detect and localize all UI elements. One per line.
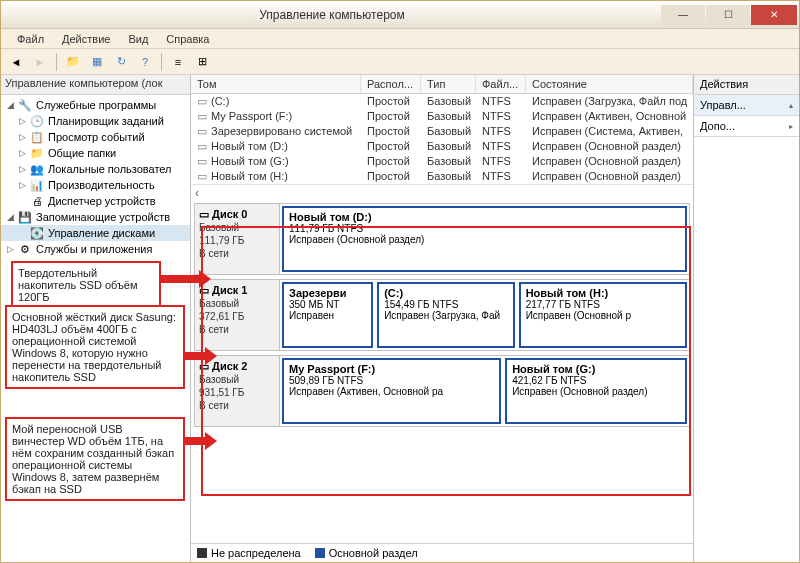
- svg-marker-0: [161, 270, 211, 288]
- arrow-usb: [185, 431, 217, 451]
- tree-disk-management[interactable]: 💽Управление дисками: [1, 225, 190, 241]
- toolbar: ◄ ► 📁 ▦ ↻ ? ≡ ⊞: [1, 49, 799, 75]
- help-icon: ?: [142, 56, 148, 68]
- partition[interactable]: Зарезерви350 МБ NTИсправен: [282, 282, 373, 348]
- details-button[interactable]: ⊞: [191, 51, 213, 73]
- horizontal-scrollbar[interactable]: ‹: [191, 184, 693, 200]
- menu-action[interactable]: Действие: [54, 31, 118, 47]
- event-icon: 📋: [29, 130, 45, 144]
- computer-management-window: Управление компьютером — ☐ ✕ Файл Действ…: [0, 0, 800, 563]
- disk-map[interactable]: ▭ Диск 0Базовый111,79 ГБВ сетиНовый том …: [191, 200, 693, 543]
- refresh-button[interactable]: ↻: [110, 51, 132, 73]
- volume-row[interactable]: ▭Новый том (H:) ПростойБазовый NTFSИспра…: [191, 169, 693, 184]
- maximize-button[interactable]: ☐: [706, 5, 750, 25]
- tools-icon: 🔧: [17, 98, 33, 112]
- col-volume[interactable]: Том: [191, 75, 361, 93]
- disk-info: ▭ Диск 1Базовый372,61 ГБВ сети: [195, 280, 280, 350]
- partition[interactable]: Новый том (H:)217,77 ГБ NTFSИсправен (Ос…: [519, 282, 687, 348]
- tree-performance[interactable]: ▷📊Производительность: [1, 177, 190, 193]
- list-icon: ≡: [175, 56, 181, 68]
- svg-marker-1: [185, 347, 217, 365]
- folder-icon: 📁: [66, 55, 80, 68]
- partition[interactable]: Новый том (D:)111,79 ГБ NTFSИсправен (Ос…: [282, 206, 687, 272]
- tree-label: Служебные программы: [36, 99, 156, 111]
- forward-icon: ►: [35, 56, 46, 68]
- tree-device-manager[interactable]: 🖨Диспетчер устройств: [1, 193, 190, 209]
- volume-list[interactable]: ▭(C:) ПростойБазовый NTFSИсправен (Загру…: [191, 94, 693, 184]
- col-status[interactable]: Состояние: [526, 75, 693, 93]
- legend-primary-box: [315, 548, 325, 558]
- back-button[interactable]: ◄: [5, 51, 27, 73]
- arrow-ssd: [161, 269, 211, 289]
- storage-icon: 💾: [17, 210, 33, 224]
- disk-icon: 💽: [29, 226, 45, 240]
- actions-header: Действия: [694, 75, 799, 95]
- users-icon: 👥: [29, 162, 45, 176]
- clock-icon: 🕒: [29, 114, 45, 128]
- menu-help[interactable]: Справка: [158, 31, 217, 47]
- chevron-right-icon: ▸: [789, 122, 793, 131]
- list-button[interactable]: ≡: [167, 51, 189, 73]
- tree-system-tools[interactable]: ◢🔧 Служебные программы: [1, 97, 190, 113]
- scroll-left-icon[interactable]: ‹: [195, 186, 199, 200]
- menu-file[interactable]: Файл: [9, 31, 52, 47]
- volumes-panel: Том Распол... Тип Файл... Состояние ▭(C:…: [191, 75, 694, 562]
- tree-header: Управление компьютером (лок: [1, 75, 190, 95]
- volume-icon: ▭: [197, 110, 211, 123]
- chevron-up-icon: ▴: [789, 101, 793, 110]
- help-button[interactable]: ?: [134, 51, 156, 73]
- disk-row[interactable]: ▭ Диск 0Базовый111,79 ГБВ сетиНовый том …: [194, 203, 690, 275]
- view-button[interactable]: ▦: [86, 51, 108, 73]
- forward-button[interactable]: ►: [29, 51, 51, 73]
- volume-row[interactable]: ▭Новый том (D:) ПростойБазовый NTFSИспра…: [191, 139, 693, 154]
- menu-view[interactable]: Вид: [120, 31, 156, 47]
- col-layout[interactable]: Распол...: [361, 75, 421, 93]
- col-type[interactable]: Тип: [421, 75, 476, 93]
- legend-unallocated-box: [197, 548, 207, 558]
- volume-row[interactable]: ▭(C:) ПростойБазовый NTFSИсправен (Загру…: [191, 94, 693, 109]
- partition[interactable]: My Passport (F:)509,89 ГБ NTFSИсправен (…: [282, 358, 501, 424]
- menubar: Файл Действие Вид Справка: [1, 29, 799, 49]
- tree-local-users[interactable]: ▷👥Локальные пользовател: [1, 161, 190, 177]
- col-fs[interactable]: Файл...: [476, 75, 526, 93]
- volume-row[interactable]: ▭My Passport (F:) ПростойБазовый NTFSИсп…: [191, 109, 693, 124]
- partition[interactable]: (C:)154,49 ГБ NTFSИсправен (Загрузка, Фа…: [377, 282, 514, 348]
- volume-table-header[interactable]: Том Распол... Тип Файл... Состояние: [191, 75, 693, 94]
- action-disk-management[interactable]: Управл... ▴: [694, 95, 799, 116]
- disk-info: ▭ Диск 2Базовый931,51 ГБВ сети: [195, 356, 280, 426]
- window-title: Управление компьютером: [259, 8, 404, 22]
- arrow-hdd: [185, 346, 217, 366]
- view-icon: ▦: [92, 55, 102, 68]
- volume-icon: ▭: [197, 125, 211, 138]
- folder-button[interactable]: 📁: [62, 51, 84, 73]
- tree-shared-folders[interactable]: ▷📁Общие папки: [1, 145, 190, 161]
- disk-row[interactable]: ▭ Диск 2Базовый931,51 ГБВ сетиMy Passpor…: [194, 355, 690, 427]
- disk-row[interactable]: ▭ Диск 1Базовый372,61 ГБВ сетиЗарезерви3…: [194, 279, 690, 351]
- volume-icon: ▭: [197, 155, 211, 168]
- tree-services-apps[interactable]: ▷⚙Службы и приложения: [1, 241, 190, 257]
- volume-icon: ▭: [197, 170, 211, 183]
- legend: Не распределена Основной раздел: [191, 543, 693, 562]
- back-icon: ◄: [11, 56, 22, 68]
- callout-ssd: Твердотельный накопитель SSD объём 120ГБ: [11, 261, 161, 309]
- action-more[interactable]: Допо... ▸: [694, 116, 799, 137]
- tree-task-scheduler[interactable]: ▷🕒Планировщик заданий: [1, 113, 190, 129]
- callout-usb: Мой переносной USB винчестер WD объём 1Т…: [5, 417, 185, 501]
- folder-icon: 📁: [29, 146, 45, 160]
- minimize-button[interactable]: —: [661, 5, 705, 25]
- disk-info: ▭ Диск 0Базовый111,79 ГБВ сети: [195, 204, 280, 274]
- titlebar[interactable]: Управление компьютером — ☐ ✕: [1, 1, 799, 29]
- services-icon: ⚙: [17, 242, 33, 256]
- perf-icon: 📊: [29, 178, 45, 192]
- tree-storage[interactable]: ◢💾Запоминающие устройств: [1, 209, 190, 225]
- svg-marker-2: [185, 432, 217, 450]
- volume-row[interactable]: ▭Новый том (G:) ПростойБазовый NTFSИспра…: [191, 154, 693, 169]
- close-button[interactable]: ✕: [751, 5, 797, 25]
- refresh-icon: ↻: [117, 55, 126, 68]
- partition[interactable]: Новый том (G:)421,62 ГБ NTFSИсправен (Ос…: [505, 358, 687, 424]
- volume-icon: ▭: [197, 140, 211, 153]
- tree-event-viewer[interactable]: ▷📋Просмотр событий: [1, 129, 190, 145]
- device-icon: 🖨: [29, 194, 45, 208]
- volume-row[interactable]: ▭Зарезервировано системой ПростойБазовый…: [191, 124, 693, 139]
- callout-hdd: Основной жёсткий диск Sasung: HD403LJ об…: [5, 305, 185, 389]
